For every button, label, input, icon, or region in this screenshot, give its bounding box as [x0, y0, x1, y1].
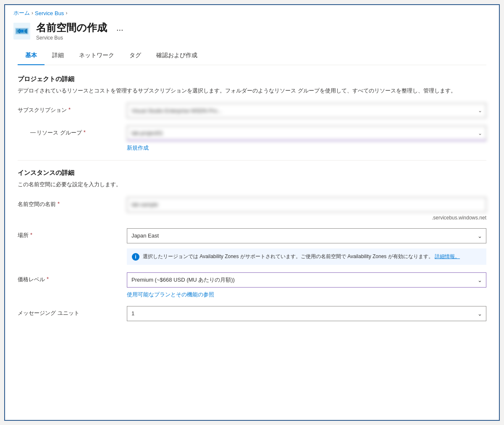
instance-section-desc: この名前空間に必要な設定を入力します。: [18, 180, 486, 189]
subscription-label: サブスクリプション *: [18, 103, 127, 114]
pricing-tier-control: Premium (~$668 USD (MU あたりの月額)) ⌄ 使用可能なプ…: [127, 272, 486, 298]
pricing-tier-label: 価格レベル *: [18, 272, 127, 283]
pricing-tier-select[interactable]: Premium (~$668 USD (MU あたりの月額)): [127, 272, 486, 288]
breadcrumb-home[interactable]: ホーム: [13, 9, 30, 17]
new-create-link[interactable]: 新規作成: [127, 144, 486, 152]
messaging-unit-control: 1 ⌄: [127, 306, 486, 321]
breadcrumb: ホーム › Service Bus ›: [5, 5, 499, 19]
location-label: 場所 *: [18, 228, 127, 239]
location-info-box: i 選択したリージョンでは Availability Zones がサポートされ…: [127, 248, 486, 265]
namespace-name-label: 名前空間の名前 *: [18, 197, 127, 208]
pricing-tier-row: 価格レベル * Premium (~$668 USD (MU あたりの月額)) …: [18, 272, 486, 298]
instance-section-title: インスタンスの詳細: [18, 169, 486, 177]
namespace-suffix: .servicebus.windows.net: [127, 215, 486, 221]
resource-group-required: *: [84, 129, 86, 135]
messaging-unit-label: メッセージング ユニット: [18, 306, 127, 317]
location-select-wrapper: Japan East ⌄: [127, 228, 486, 243]
pricing-tier-required: *: [47, 276, 49, 282]
service-bus-icon: [13, 23, 30, 40]
section-divider-1: [18, 160, 486, 161]
resource-group-control: ⌄ 新規作成: [127, 126, 486, 152]
page-subtitle: Service Bus: [36, 35, 123, 41]
subscription-control: ⌄: [127, 103, 486, 118]
resource-group-label: — リソース グループ *: [18, 126, 127, 137]
info-icon: i: [132, 253, 139, 261]
namespace-name-input[interactable]: [127, 197, 486, 212]
tabs: 基本 詳細 ネットワーク タグ 確認および作成: [18, 47, 486, 65]
namespace-name-required: *: [58, 201, 60, 207]
subscription-row: サブスクリプション * ⌄: [18, 103, 486, 118]
location-row: 場所 * Japan East ⌄ i 選択したリージョンでは Availabi…: [18, 228, 486, 265]
breadcrumb-sep-1: ›: [32, 10, 33, 16]
messaging-unit-select[interactable]: 1: [127, 306, 486, 321]
location-info-link[interactable]: 詳細情報。: [435, 253, 460, 259]
page-title: 名前空間の作成: [36, 22, 107, 34]
content-area: 基本 詳細 ネットワーク タグ 確認および作成 プロジェクトの詳細 デプロイされ…: [5, 47, 499, 341]
namespace-name-input-wrap: [127, 197, 486, 212]
breadcrumb-sep-2: ›: [66, 10, 67, 16]
tab-details[interactable]: 詳細: [45, 47, 71, 65]
namespace-name-row: 名前空間の名前 * .servicebus.windows.net: [18, 197, 486, 221]
location-control: Japan East ⌄ i 選択したリージョンでは Availability …: [127, 228, 486, 265]
project-section-title: プロジェクトの詳細: [18, 75, 486, 83]
tab-basics[interactable]: 基本: [18, 47, 45, 65]
location-info-text: 選択したリージョンでは Availability Zones がサポートされてい…: [143, 253, 460, 260]
resource-group-input[interactable]: [127, 126, 486, 141]
messaging-unit-select-wrapper: 1 ⌄: [127, 306, 486, 321]
more-options-icon[interactable]: ...: [116, 23, 123, 33]
project-section-desc: デプロイされているリソースとコストを管理するサブスクリプションを選択します。フォ…: [18, 87, 486, 95]
pricing-tier-select-wrapper: Premium (~$668 USD (MU あたりの月額)) ⌄: [127, 272, 486, 288]
location-select[interactable]: Japan East: [127, 228, 486, 243]
namespace-name-control: .servicebus.windows.net: [127, 197, 486, 221]
resource-group-row: — リソース グループ * ⌄ 新規作成: [18, 126, 486, 152]
page-title-block: 名前空間の作成 ... Service Bus: [36, 22, 123, 41]
pricing-link[interactable]: 使用可能なプランとその機能の参照: [127, 291, 486, 298]
tab-network[interactable]: ネットワーク: [71, 47, 122, 65]
messaging-unit-row: メッセージング ユニット 1 ⌄: [18, 306, 486, 321]
resource-group-dropdown-wrap: ⌄: [127, 126, 486, 141]
breadcrumb-service-bus[interactable]: Service Bus: [35, 10, 64, 16]
subscription-input[interactable]: [127, 103, 486, 118]
location-required: *: [30, 232, 32, 238]
subscription-required: *: [68, 106, 71, 113]
tab-review[interactable]: 確認および作成: [149, 47, 205, 65]
tab-tags[interactable]: タグ: [122, 47, 149, 65]
subscription-dropdown-wrap: ⌄: [127, 103, 486, 118]
page-header: 名前空間の作成 ... Service Bus: [5, 19, 499, 47]
